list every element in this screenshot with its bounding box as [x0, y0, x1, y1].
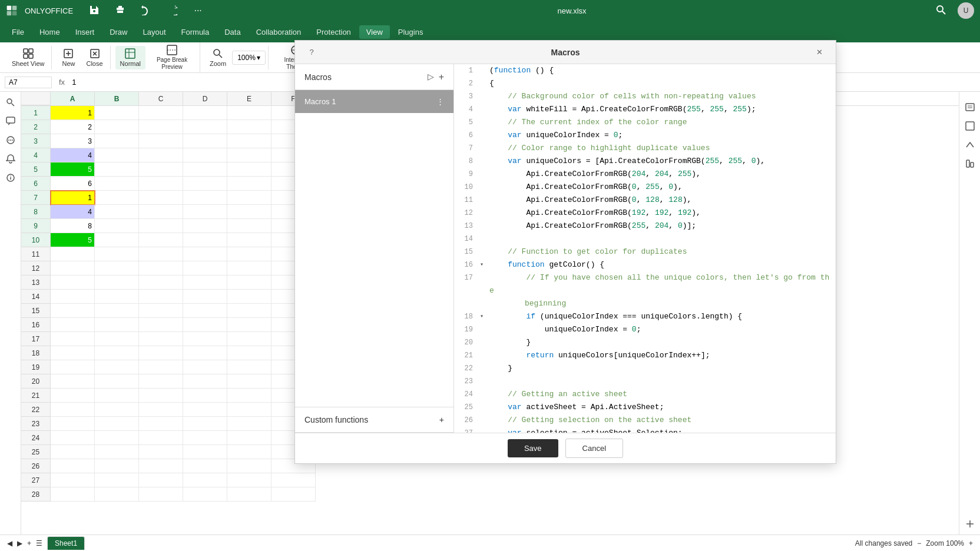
cell-d6[interactable]	[183, 177, 227, 191]
sheet-view-btn[interactable]: Sheet View	[7, 46, 49, 69]
menu-data[interactable]: Data	[217, 25, 247, 39]
sidebar-search-icon[interactable]	[2, 94, 19, 111]
col-header-d[interactable]: D	[183, 92, 227, 105]
macros-item[interactable]: Macros 1 ⋮	[295, 90, 453, 113]
menu-file[interactable]: File	[5, 25, 31, 39]
print-toolbar-btn[interactable]	[108, 2, 132, 19]
cell-a1[interactable]: 1	[51, 106, 95, 120]
cell-e8[interactable]	[227, 205, 272, 219]
cell-c8[interactable]	[139, 205, 183, 219]
menu-protection[interactable]: Protection	[309, 25, 358, 39]
right-sidebar-icon-4[interactable]	[962, 155, 978, 172]
cell-e6[interactable]	[227, 177, 272, 191]
cell-c7[interactable]	[139, 191, 183, 205]
more-btn[interactable]: ···	[186, 2, 210, 19]
cell-e1[interactable]	[227, 106, 272, 120]
cell-c3[interactable]	[139, 134, 183, 148]
cell-c10[interactable]	[139, 233, 183, 247]
cell-b6[interactable]	[95, 177, 139, 191]
cell-c2[interactable]	[139, 120, 183, 134]
cell-c5[interactable]	[139, 162, 183, 177]
cell-b4[interactable]	[95, 148, 139, 162]
cell-b8[interactable]	[95, 205, 139, 219]
macros-add-icon[interactable]: +	[439, 72, 444, 82]
cell-e4[interactable]	[227, 148, 272, 162]
zoom-dropdown[interactable]: 100% ▾	[232, 51, 266, 65]
cell-a10[interactable]: 5	[51, 233, 95, 247]
menu-insert[interactable]: Insert	[68, 25, 102, 39]
nav-next-icon[interactable]: ▶	[17, 539, 22, 547]
cell-a8[interactable]: 4	[51, 205, 95, 219]
col-header-c[interactable]: C	[139, 92, 183, 105]
col-header-e[interactable]: E	[227, 92, 272, 105]
cell-d10[interactable]	[183, 233, 227, 247]
cell-b2[interactable]	[95, 120, 139, 134]
cancel-button[interactable]: Cancel	[565, 439, 623, 458]
right-sidebar-icon-5[interactable]	[962, 516, 978, 532]
cell-e7[interactable]	[227, 191, 272, 205]
cell-c9[interactable]	[139, 219, 183, 233]
cell-c6[interactable]	[139, 177, 183, 191]
macros-item-more-icon[interactable]: ⋮	[436, 97, 444, 106]
cell-b5[interactable]	[95, 162, 139, 177]
normal-view-btn[interactable]: Normal	[115, 46, 145, 69]
col-header-a[interactable]: A	[51, 92, 95, 105]
sidebar-comment-icon[interactable]	[2, 113, 19, 130]
cell-a9[interactable]: 8	[51, 219, 95, 233]
add-sheet-icon[interactable]: +	[27, 539, 31, 547]
menu-layout[interactable]: Layout	[136, 25, 173, 39]
cell-b9[interactable]	[95, 219, 139, 233]
macros-run-icon[interactable]: ▷	[428, 72, 434, 82]
zoom-plus-icon[interactable]: +	[969, 539, 973, 547]
cell-a2[interactable]: 2	[51, 120, 95, 134]
undo-btn[interactable]	[134, 2, 158, 19]
sidebar-info-icon[interactable]	[2, 170, 19, 186]
cell-e5[interactable]	[227, 162, 272, 177]
cell-a7[interactable]: 1	[51, 191, 95, 205]
menu-formula[interactable]: Formula	[174, 25, 217, 39]
sheet-tab-1[interactable]: Sheet1	[47, 536, 85, 550]
cell-d7[interactable]	[183, 191, 227, 205]
menu-view[interactable]: View	[359, 25, 390, 39]
cell-d4[interactable]	[183, 148, 227, 162]
menu-plugins[interactable]: Plugins	[391, 25, 431, 39]
cell-e9[interactable]	[227, 219, 272, 233]
custom-functions-add-btn[interactable]: +	[439, 415, 444, 424]
cell-d1[interactable]	[183, 106, 227, 120]
redo-btn[interactable]	[160, 2, 184, 19]
cell-e2[interactable]	[227, 120, 272, 134]
code-editor[interactable]: 1 (function () { 2 { 3 // Background col…	[454, 64, 836, 433]
menu-draw[interactable]: Draw	[102, 25, 134, 39]
save-toolbar-btn[interactable]	[82, 2, 106, 19]
close-view-btn[interactable]: Close	[81, 46, 107, 69]
dialog-help-btn[interactable]: ?	[304, 45, 319, 59]
cell-d5[interactable]	[183, 162, 227, 177]
cell-b1[interactable]	[95, 106, 139, 120]
cell-b10[interactable]	[95, 233, 139, 247]
right-sidebar-icon-3[interactable]	[962, 137, 978, 153]
cell-b3[interactable]	[95, 134, 139, 148]
right-sidebar-icon-2[interactable]	[962, 118, 978, 134]
cell-e10[interactable]	[227, 233, 272, 247]
cell-a5[interactable]: 5	[51, 162, 95, 177]
search-title-btn[interactable]	[929, 2, 953, 19]
cell-b7[interactable]	[95, 191, 139, 205]
dialog-close-btn[interactable]: ✕	[812, 45, 826, 59]
cell-c1[interactable]	[139, 106, 183, 120]
save-button[interactable]: Save	[508, 439, 558, 457]
sidebar-notification-icon[interactable]	[2, 151, 19, 167]
sheet-list-icon[interactable]: ☰	[36, 539, 42, 547]
cell-a4[interactable]: 4	[51, 148, 95, 162]
cell-reference[interactable]	[5, 77, 52, 88]
cell-e3[interactable]	[227, 134, 272, 148]
nav-prev-icon[interactable]: ◀	[7, 539, 12, 547]
cell-d9[interactable]	[183, 219, 227, 233]
new-view-btn[interactable]: New	[57, 46, 80, 69]
right-sidebar-icon-1[interactable]	[962, 99, 978, 115]
cell-d8[interactable]	[183, 205, 227, 219]
col-header-b[interactable]: B	[95, 92, 139, 105]
cell-d3[interactable]	[183, 134, 227, 148]
cell-a3[interactable]: 3	[51, 134, 95, 148]
menu-collaboration[interactable]: Collaboration	[249, 25, 309, 39]
avatar[interactable]: U	[958, 2, 974, 19]
